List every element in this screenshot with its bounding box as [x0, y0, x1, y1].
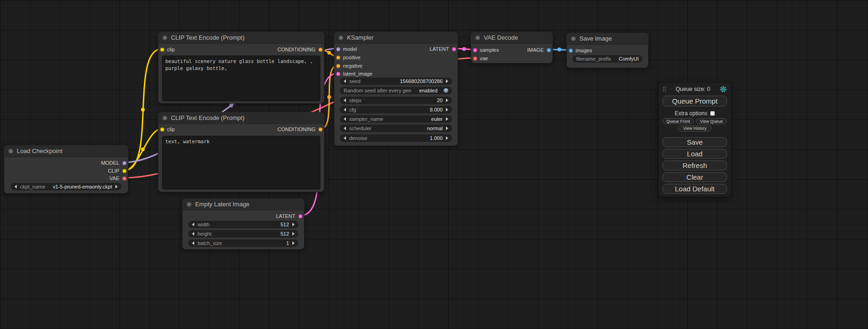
node-title-bar[interactable]: Load Checkpoint [4, 145, 128, 157]
node-ksampler[interactable]: KSampler model positive negative latent_… [334, 32, 458, 146]
collapse-dot-icon[interactable] [475, 35, 480, 40]
save-button[interactable]: Save [663, 137, 727, 147]
node-title-bar[interactable]: VAE Decode [471, 32, 553, 44]
queue-front-button[interactable]: Queue Front [663, 118, 694, 124]
widget-random-seed-toggle[interactable]: Random seed after every gen enabled [340, 87, 452, 94]
slot-dot[interactable] [318, 127, 323, 132]
node-title-bar[interactable]: Save Image [566, 33, 649, 45]
slot-dot[interactable] [473, 48, 477, 52]
input-slot-vae[interactable]: vae [473, 55, 488, 62]
clear-button[interactable]: Clear [663, 172, 727, 182]
slot-dot[interactable] [298, 214, 303, 218]
output-slot-image[interactable]: IMAGE [527, 47, 550, 53]
node-load-checkpoint[interactable]: Load Checkpoint MODEL CLIP VAE ckpt_name… [4, 145, 128, 194]
node-empty-latent-image[interactable]: Empty Latent Image LATENT width 512 heig… [182, 198, 304, 250]
slot-dot[interactable] [122, 169, 127, 173]
widget-scheduler[interactable]: scheduler normal [340, 125, 452, 132]
slot-dot[interactable] [160, 127, 164, 132]
slot-dot[interactable] [122, 161, 127, 165]
collapse-dot-icon[interactable] [187, 202, 191, 207]
decrement-icon[interactable] [192, 232, 194, 236]
node-save-image[interactable]: Save Image images filename_prefix ComfyU… [566, 33, 649, 68]
node-graph-canvas[interactable]: Load Checkpoint MODEL CLIP VAE ckpt_name… [0, 0, 868, 329]
increment-icon[interactable] [292, 232, 295, 236]
slot-dot[interactable] [336, 47, 340, 51]
increment-icon[interactable] [292, 241, 295, 245]
input-slot-negative[interactable]: negative [336, 63, 363, 69]
increment-icon[interactable] [446, 98, 448, 102]
decrement-icon[interactable] [192, 223, 194, 226]
output-slot-model[interactable]: MODEL [101, 160, 126, 166]
output-slot-latent[interactable]: LATENT [276, 213, 302, 219]
widget-denoise[interactable]: denoise 1.000 [340, 134, 452, 142]
widget-width[interactable]: width 512 [188, 221, 298, 228]
decrement-icon[interactable] [344, 79, 346, 83]
node-title-bar[interactable]: Empty Latent Image [182, 198, 304, 210]
input-slot-clip[interactable]: clip [160, 126, 175, 133]
decrement-icon[interactable] [344, 136, 346, 140]
widget-cfg[interactable]: cfg 8.000 [340, 106, 452, 113]
node-title-bar[interactable]: KSampler [334, 32, 458, 44]
refresh-button[interactable]: Refresh [663, 161, 727, 170]
increment-icon[interactable] [446, 117, 448, 121]
slot-dot[interactable] [336, 64, 340, 68]
slot-dot[interactable] [336, 72, 340, 76]
increment-icon[interactable] [446, 126, 448, 130]
input-slot-samples[interactable]: samples [473, 47, 499, 53]
input-slot-images[interactable]: images [569, 47, 592, 54]
slot-dot[interactable] [569, 49, 573, 53]
slot-dot[interactable] [336, 56, 340, 60]
view-queue-button[interactable]: View Queue [696, 118, 727, 124]
slot-dot[interactable] [122, 176, 127, 181]
extra-options-checkbox[interactable] [710, 111, 715, 116]
node-clip-text-encode-negative[interactable]: CLIP Text Encode (Prompt) clip CONDITION… [158, 112, 325, 192]
increment-icon[interactable] [446, 108, 448, 112]
slot-dot[interactable] [473, 56, 477, 61]
decrement-icon[interactable] [344, 108, 346, 112]
node-title-bar[interactable]: CLIP Text Encode (Prompt) [158, 32, 325, 44]
input-slot-model[interactable]: model [336, 46, 357, 52]
slot-dot[interactable] [318, 48, 323, 52]
output-slot-vae[interactable]: VAE [109, 175, 126, 182]
load-default-button[interactable]: Load Default [663, 184, 727, 194]
input-slot-latent-image[interactable]: latent_image [336, 70, 373, 77]
input-slot-positive[interactable]: positive [336, 54, 360, 61]
output-slot-clip[interactable]: CLIP [108, 168, 126, 174]
collapse-dot-icon[interactable] [8, 149, 13, 154]
drag-handle-icon[interactable] [663, 86, 666, 92]
widget-filename-prefix[interactable]: filename_prefix ComfyUI [572, 55, 642, 63]
output-slot-latent[interactable]: LATENT [430, 46, 456, 52]
node-clip-text-encode-positive[interactable]: CLIP Text Encode (Prompt) clip CONDITION… [158, 32, 325, 104]
slot-dot[interactable] [547, 48, 551, 52]
output-slot-conditioning[interactable]: CONDITIONING [277, 126, 322, 133]
view-history-button[interactable]: View History [678, 126, 712, 132]
output-slot-conditioning[interactable]: CONDITIONING [277, 46, 322, 53]
prompt-textarea[interactable]: text, watermark [162, 136, 320, 189]
widget-batch-size[interactable]: batch_size 1 [188, 239, 298, 247]
node-title-bar[interactable]: CLIP Text Encode (Prompt) [158, 112, 325, 124]
settings-gear-icon[interactable] [720, 85, 727, 93]
widget-steps[interactable]: steps 20 [340, 97, 452, 104]
collapse-dot-icon[interactable] [162, 35, 167, 40]
slot-dot[interactable] [452, 47, 456, 51]
decrement-icon[interactable] [344, 126, 346, 130]
queue-prompt-button[interactable]: Queue Prompt [663, 96, 727, 106]
widget-seed[interactable]: seed 156680208700286 [340, 77, 452, 85]
increment-icon[interactable] [446, 79, 448, 83]
widget-ckpt-name[interactable]: ckpt_name v1-5-pruned-emaonly.ckpt [11, 183, 121, 190]
widget-height[interactable]: height 512 [188, 230, 298, 238]
decrement-icon[interactable] [344, 117, 346, 121]
collapse-dot-icon[interactable] [162, 116, 167, 120]
increment-icon[interactable] [446, 136, 448, 140]
decrement-icon[interactable] [14, 185, 17, 189]
toggle-icon[interactable] [444, 88, 448, 93]
prompt-textarea[interactable]: beautiful scenery nature glass bottle la… [162, 56, 320, 101]
widget-sampler-name[interactable]: sampler_name euler [340, 115, 452, 123]
decrement-icon[interactable] [344, 98, 346, 102]
decrement-icon[interactable] [192, 241, 194, 245]
node-vae-decode[interactable]: VAE Decode samples vae IMAGE [471, 32, 553, 63]
collapse-dot-icon[interactable] [339, 35, 343, 40]
increment-icon[interactable] [115, 185, 118, 189]
input-slot-clip[interactable]: clip [160, 46, 175, 53]
load-button[interactable]: Load [663, 149, 727, 159]
